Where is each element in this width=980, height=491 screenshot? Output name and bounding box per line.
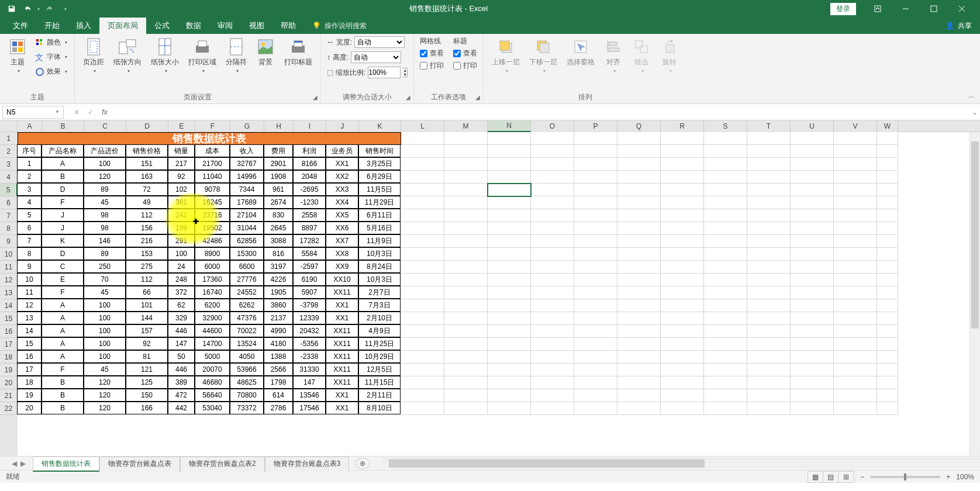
zoom-level[interactable]: 100% [956,473,974,481]
cell-A10[interactable]: 8 [17,247,42,260]
cell-D16[interactable]: 157 [126,324,168,337]
cell-V13[interactable] [834,286,877,299]
cell-K20[interactable]: 11月15日 [358,376,401,389]
cell-D12[interactable]: 112 [126,273,168,286]
page-setup-launcher[interactable]: ◢ [311,94,319,102]
cell-K12[interactable]: 10月3日 [358,273,401,286]
themes-button[interactable]: 主题 [6,36,29,75]
cell-T15[interactable] [747,312,791,325]
cell-I5[interactable]: -2695 [293,183,326,196]
cell-R10[interactable] [661,248,704,261]
cell-H11[interactable]: 3197 [264,260,293,273]
cell-T10[interactable] [747,248,791,261]
cell-I4[interactable]: 2048 [293,170,326,183]
col-header-G[interactable]: G [230,120,264,132]
cell-T8[interactable] [747,222,791,235]
cell-T20[interactable] [747,376,791,389]
collapse-ribbon-button[interactable]: ︿ [968,91,975,101]
cell-N18[interactable] [488,351,531,364]
cell-D21[interactable]: 150 [126,389,168,402]
cell-H10[interactable]: 816 [264,247,293,260]
col-header-M[interactable]: M [444,120,488,132]
cell-V15[interactable] [834,312,877,325]
cell-O4[interactable] [531,171,574,184]
cell-N20[interactable] [488,376,531,389]
cell-W7[interactable] [877,209,898,222]
print-area-button[interactable]: 打印区域 [186,36,219,75]
cell-H15[interactable]: 2137 [264,312,293,324]
cell-M20[interactable] [444,376,488,389]
col-header-H[interactable]: H [264,120,294,132]
row-header-14[interactable]: 14 [0,299,18,312]
cell-V9[interactable] [834,235,877,248]
cell-H9[interactable]: 3088 [264,234,293,247]
align-button[interactable]: 对齐 [602,36,625,75]
cell-O8[interactable] [531,222,574,235]
cell-W2[interactable] [877,145,898,158]
cell-L14[interactable] [401,299,444,312]
cell-L5[interactable] [401,184,444,196]
horizontal-scrollbar[interactable] [385,458,980,469]
cell-U7[interactable] [791,209,834,222]
cell-F12[interactable]: 17360 [195,273,230,286]
cell-J22[interactable]: XX1 [326,402,358,414]
cell-I21[interactable]: 13546 [293,389,326,402]
col-header-N[interactable]: N [488,120,531,132]
cell-A8[interactable]: 6 [17,222,42,234]
close-button[interactable] [948,0,975,18]
cell-S19[interactable] [704,364,747,376]
cell-D20[interactable]: 125 [126,376,168,389]
cell-P7[interactable] [574,209,617,222]
cell-J15[interactable]: XX1 [326,312,358,324]
cell-O11[interactable] [531,261,574,274]
cell-D18[interactable]: 81 [126,350,168,363]
cell-N13[interactable] [488,286,531,299]
cell-L9[interactable] [401,235,444,248]
cell-O20[interactable] [531,376,574,389]
cell-F15[interactable]: 32900 [195,312,230,324]
cell-V14[interactable] [834,299,877,312]
page-break-button[interactable]: ⊞ [838,472,854,482]
cell-T16[interactable] [747,325,791,338]
cell-M14[interactable] [444,299,488,312]
cell-A18[interactable]: 16 [17,350,42,363]
cell-E18[interactable]: 50 [168,350,195,363]
cell-L3[interactable] [401,158,444,171]
login-button[interactable]: 登录 [830,3,856,15]
cell-W20[interactable] [877,376,898,389]
cell-F17[interactable]: 14700 [195,337,230,350]
gridlines-view-checkbox[interactable]: 查看 [420,49,444,58]
cell-G15[interactable]: 47376 [230,312,264,324]
cell-L15[interactable] [401,312,444,325]
cell-I7[interactable]: 2558 [293,209,326,222]
row-header-12[interactable]: 12 [0,274,18,286]
cell-P19[interactable] [574,364,617,376]
cell-H22[interactable]: 2786 [264,402,293,414]
cell-L20[interactable] [401,376,444,389]
cell-P6[interactable] [574,196,617,209]
cell-L12[interactable] [401,274,444,286]
cell-L7[interactable] [401,209,444,222]
row-header-10[interactable]: 10 [0,248,18,261]
cell-Q11[interactable] [617,261,661,274]
cell-H16[interactable]: 4990 [264,324,293,337]
cell-J13[interactable]: XX11 [326,286,358,299]
cell-U5[interactable] [791,184,834,196]
cell-S22[interactable] [704,402,747,415]
cell-K16[interactable]: 4月9日 [358,324,401,337]
bring-forward-button[interactable]: 上移一层 [489,36,522,75]
cell-V21[interactable] [834,389,877,402]
cell-N1[interactable] [488,132,531,145]
share-button[interactable]: 👤共享 [937,19,980,33]
cell-R1[interactable] [661,132,704,145]
cell-N12[interactable] [488,274,531,286]
cell-A17[interactable]: 15 [17,337,42,350]
cell-K19[interactable]: 12月5日 [358,363,401,376]
cell-O9[interactable] [531,235,574,248]
cell-Q19[interactable] [617,364,661,376]
save-button[interactable] [5,2,19,16]
cell-V10[interactable] [834,248,877,261]
tab-公式[interactable]: 公式 [146,18,178,34]
column-headers[interactable]: ABCDEFGHIJKLMNOPQRSTUVW [18,120,980,132]
col-header-S[interactable]: S [704,120,747,132]
